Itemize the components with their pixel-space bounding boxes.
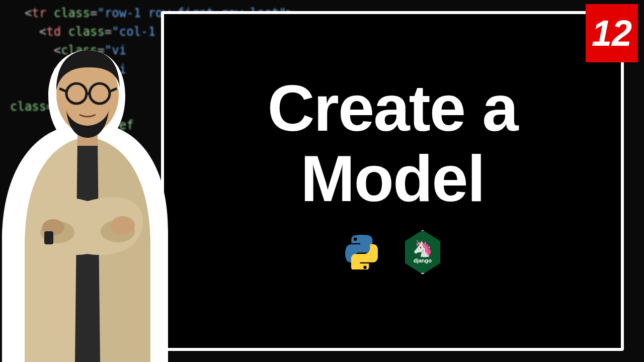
- title-line-1: Create a: [267, 71, 517, 145]
- svg-rect-4: [44, 231, 53, 244]
- python-icon: [343, 234, 378, 269]
- episode-badge: 12: [586, 4, 638, 62]
- logos-row: 🦄 django: [343, 230, 442, 274]
- django-pony-icon: 🦄: [413, 240, 433, 256]
- title-line-2: Model: [300, 142, 485, 215]
- django-label: django: [414, 257, 432, 263]
- card-title: Create a Model: [267, 73, 517, 214]
- svg-point-2: [111, 216, 135, 234]
- title-card: Create a Model 🦄 django: [161, 11, 624, 351]
- django-icon: 🦄 django: [403, 230, 442, 274]
- episode-number: 12: [592, 13, 632, 54]
- presenter-photo: [0, 30, 178, 362]
